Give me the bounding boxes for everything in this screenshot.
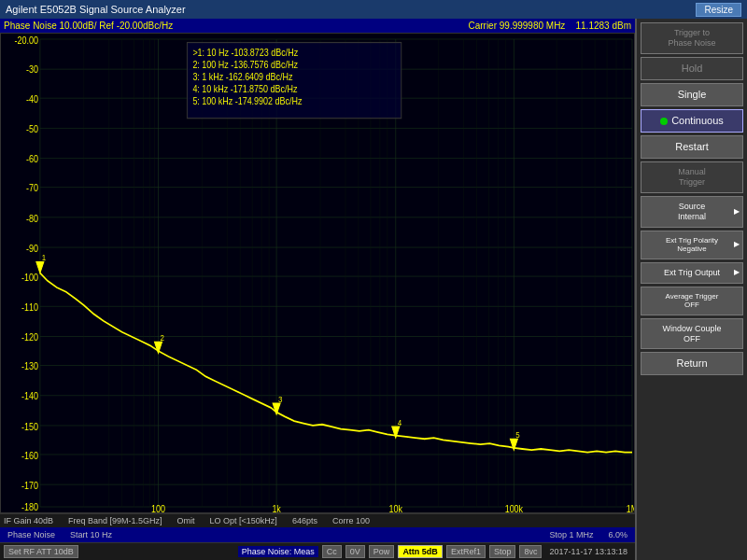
- datetime: 2017-11-17 13:13:18: [545, 546, 631, 557]
- continuous-button[interactable]: Continuous: [641, 109, 743, 133]
- stop-label: Stop 1 MHz: [545, 529, 597, 540]
- svg-text:100: 100: [151, 503, 165, 512]
- pts: 646pts: [292, 516, 317, 525]
- svg-text:4: 4: [398, 417, 402, 427]
- active-indicator: [660, 118, 668, 125]
- chart-title: Phase Noise 10.00dB/ Ref -20.00dBc/Hz: [4, 21, 173, 31]
- manual-trigger-button[interactable]: ManualTrigger: [641, 161, 743, 193]
- average-trigger-button[interactable]: Average TriggerOFF: [641, 287, 743, 315]
- if-gain: IF Gain 40dB: [4, 516, 53, 525]
- ext-trig-polarity-button[interactable]: Ext Trig PolarityNegative ▶: [641, 231, 743, 259]
- window-couple-button[interactable]: Window CoupleOFF: [641, 318, 743, 350]
- trigger-to-phase-noise-button[interactable]: Trigger toPhase Noise: [641, 22, 743, 54]
- resize-button[interactable]: Resize: [696, 3, 741, 17]
- svg-text:3: 3: [278, 394, 283, 404]
- restart-button[interactable]: Restart: [641, 135, 743, 159]
- main-layout: Phase Noise 10.00dB/ Ref -20.00dBc/Hz Ca…: [0, 19, 747, 560]
- svg-text:100k: 100k: [505, 503, 523, 512]
- svg-text:-50: -50: [26, 123, 38, 134]
- svg-text:-150: -150: [21, 421, 38, 432]
- carrier-info-header: Carrier 99.999980 MHz 11.1283 dBm: [468, 21, 631, 31]
- svg-text:-140: -140: [21, 391, 38, 402]
- sidebar: Trigger toPhase Noise Hold Single Contin…: [635, 19, 747, 560]
- svg-text:1M: 1M: [627, 503, 634, 512]
- svg-text:-60: -60: [26, 154, 38, 165]
- omit: Omit: [177, 516, 195, 525]
- svg-text:3:     1 kHz        -162.6409 : 3: 1 kHz -162.6409 dBc/Hz: [192, 71, 292, 82]
- svg-text:2:   100 Hz       -136.7576 dB: 2: 100 Hz -136.7576 dBc/Hz: [192, 59, 298, 70]
- phase-noise-meas: Phase Noise: Meas: [238, 546, 318, 557]
- svg-text:5: 5: [515, 429, 520, 440]
- corr: Corre 100: [332, 516, 370, 525]
- source-arrow-icon: ▶: [734, 207, 740, 217]
- offset: 6.0%: [604, 529, 631, 540]
- svg-text:10k: 10k: [389, 503, 402, 512]
- svg-text:-130: -130: [21, 361, 38, 372]
- svg-text:-20.00: -20.00: [14, 35, 38, 46]
- phase-noise-graph: -20.00 -30 -40 -50 -60 -70 -80 -90 -100 …: [1, 34, 634, 512]
- svg-text:-30: -30: [26, 63, 38, 75]
- svg-text:1: 1: [42, 253, 47, 263]
- chart-area: Phase Noise 10.00dB/ Ref -20.00dBc/Hz Ca…: [0, 19, 635, 560]
- start-label: Start 10 Hz: [66, 529, 116, 540]
- svg-text:-80: -80: [26, 213, 38, 224]
- svg-text:-180: -180: [21, 501, 38, 512]
- hold-button[interactable]: Hold: [641, 57, 743, 80]
- return-button[interactable]: Return: [641, 352, 743, 375]
- svg-text:1k: 1k: [272, 503, 281, 512]
- status-bar-2: Set RF ATT 10dB Phase Noise: Meas Cc 0V …: [0, 542, 635, 560]
- graph-container: -20.00 -30 -40 -50 -60 -70 -80 -90 -100 …: [0, 33, 635, 513]
- bvc-status: 8vc: [519, 545, 542, 558]
- stop3-status: Stop: [489, 545, 516, 558]
- chart-header: Phase Noise 10.00dB/ Ref -20.00dBc/Hz Ca…: [0, 19, 635, 33]
- cc-status: Cc: [322, 545, 342, 558]
- svg-text:2: 2: [160, 333, 164, 343]
- svg-text:-70: -70: [26, 183, 38, 194]
- svg-text:5: 100 kHz        -174.9902 dB: 5: 100 kHz -174.9902 dBc/Hz: [192, 96, 302, 107]
- ext-trig-output-button[interactable]: Ext Trig Output ▶: [641, 262, 743, 284]
- svg-text:>1:    10 Hz       -103.8723 d: >1: 10 Hz -103.8723 dBc/Hz: [192, 47, 298, 58]
- pow-status: Pow: [369, 545, 395, 558]
- svg-text:-90: -90: [26, 243, 38, 254]
- svg-text:-170: -170: [21, 480, 38, 491]
- status-bar-1: Phase Noise Start 10 Hz Stop 1 MHz 6.0%: [0, 527, 635, 542]
- svg-text:-110: -110: [21, 301, 38, 313]
- extref-status: ExtRef1: [446, 545, 486, 558]
- polarity-arrow-icon: ▶: [734, 240, 740, 249]
- chart-footer: IF Gain 40dB Freq Band [99M-1.5GHz] Omit…: [0, 513, 635, 527]
- ov-status: 0V: [345, 545, 365, 558]
- title-bar: Agilent E5052B Signal Source Analyzer Re…: [0, 0, 747, 19]
- source-internal-button[interactable]: SourceInternal ▶: [641, 196, 743, 228]
- lo-opt: LO Opt [<150kHz]: [210, 516, 277, 525]
- single-button[interactable]: Single: [641, 83, 743, 106]
- freq-band: Freq Band [99M-1.5GHz]: [68, 516, 162, 525]
- svg-text:-120: -120: [21, 332, 38, 343]
- output-arrow-icon: ▶: [734, 268, 740, 277]
- continuous-label: Continuous: [671, 115, 724, 127]
- svg-text:-160: -160: [21, 450, 38, 461]
- svg-text:4:   10 kHz        -171.8750 d: 4: 10 kHz -171.8750 dBc/Hz: [192, 83, 297, 94]
- phase-noise-label: Phase Noise: [4, 529, 59, 540]
- attn-status: Attn 5dB: [398, 545, 443, 558]
- app-title: Agilent E5052B Signal Source Analyzer: [6, 4, 186, 15]
- set-rf-att: Set RF ATT 10dB: [4, 545, 78, 558]
- svg-text:-40: -40: [26, 93, 38, 105]
- svg-text:-100: -100: [21, 272, 38, 283]
